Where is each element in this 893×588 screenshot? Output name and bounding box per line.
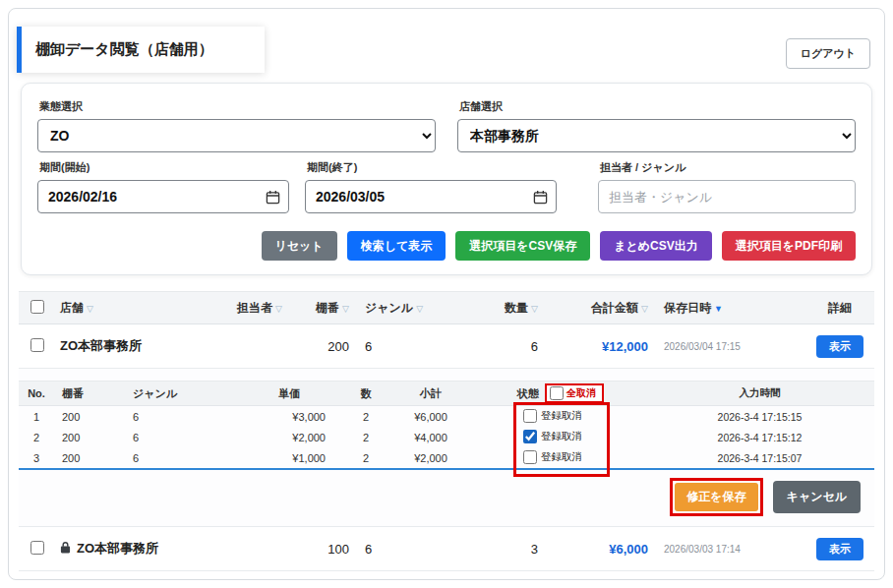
table-row[interactable]: ZO本部事務所 200 6 6 ¥12,000 2026/03/04 17:15…: [19, 324, 874, 369]
show-detail-button[interactable]: 表示: [816, 538, 863, 560]
row-saved-datetime: 2026/03/03 17:14: [658, 544, 805, 555]
table-row[interactable]: ZO本部事務所 100 6 3 ¥6,000 2026/03/03 17:14 …: [19, 527, 874, 571]
detail-header-time: 入力時間: [685, 386, 874, 400]
csv-save-button[interactable]: 選択項目をCSV保存: [455, 231, 590, 261]
store-name: ZO本部事務所: [60, 337, 142, 355]
header-person[interactable]: 担当者▽: [231, 300, 300, 317]
cancel-all-annotation: 全取消: [545, 383, 604, 403]
cancel-all-label: 全取消: [566, 386, 596, 400]
row-shelf: 100: [300, 542, 359, 557]
header-qty[interactable]: 数量▽: [457, 300, 548, 317]
row-select-checkbox[interactable]: [30, 338, 44, 352]
header-saved[interactable]: 保存日時▼: [658, 300, 805, 317]
results-table: 店舗▽ 担当者▽ 棚番▽ ジャンル▽ 数量▽ 合計金額▽ 保存日時▼ 詳細 ZO…: [19, 291, 874, 571]
header-genre[interactable]: ジャンル▽: [359, 300, 457, 317]
row-cancel-checkbox[interactable]: [523, 409, 537, 423]
detail-header-price: 単価: [245, 386, 333, 401]
sort-icon[interactable]: ▽: [342, 304, 349, 314]
table-header-row: 店舗▽ 担当者▽ 棚番▽ ジャンル▽ 数量▽ 合計金額▽ 保存日時▼ 詳細: [19, 291, 874, 324]
entry-time: 2026-3-4 17:15:15: [685, 411, 874, 423]
topbar: 棚卸データ閲覧（店舗用） ログアウト: [9, 9, 884, 73]
sort-icon[interactable]: ▽: [87, 304, 93, 314]
row-cancel-toggle[interactable]: 登録取消: [517, 409, 582, 423]
business-type-select[interactable]: ZO: [37, 119, 436, 152]
sort-icon-active[interactable]: ▼: [714, 304, 723, 314]
header-store[interactable]: 店舗▽: [54, 300, 231, 317]
sort-icon[interactable]: ▽: [641, 304, 648, 314]
row-genre: 6: [359, 542, 457, 557]
row-shelf: 200: [300, 339, 359, 354]
search-button[interactable]: 検索して表示: [347, 231, 446, 261]
header-total[interactable]: 合計金額▽: [548, 300, 658, 317]
detail-header-shelf: 棚番: [54, 386, 117, 401]
period-start-label: 期間(開始): [39, 160, 289, 175]
header-shelf[interactable]: 棚番▽: [300, 300, 359, 317]
row-cancel-checkbox[interactable]: [523, 450, 537, 464]
row-cancel-checkbox[interactable]: [523, 430, 537, 443]
select-all-checkbox[interactable]: [30, 300, 44, 314]
entry-time: 2026-3-4 17:15:12: [685, 432, 874, 443]
person-genre-label: 担当者 / ジャンル: [600, 160, 856, 175]
page-title: 棚卸データ閲覧（店舗用）: [17, 27, 265, 73]
show-detail-button[interactable]: 表示: [816, 335, 863, 358]
filter-panel: 業態選択 ZO 店舗選択 本部事務所 期間(開始) 2026/02/16: [21, 83, 872, 275]
pdf-print-button[interactable]: 選択項目をPDF印刷: [722, 231, 856, 261]
detail-header-no: No.: [19, 387, 54, 399]
store-select[interactable]: 本部事務所: [457, 119, 856, 152]
detail-row: 3 200 6 ¥1,000 2 ¥2,000 登録取消 2026-3-4 17…: [19, 447, 874, 468]
logout-button[interactable]: ログアウト: [786, 38, 870, 69]
detail-header-subtotal: 小計: [398, 386, 463, 401]
lock-icon: [60, 541, 71, 557]
person-genre-input[interactable]: [598, 180, 856, 213]
sort-icon[interactable]: ▽: [531, 304, 538, 314]
main-card: 棚卸データ閲覧（店舗用） ログアウト 業態選択 ZO 店舗選択 本部事務所: [8, 8, 885, 580]
store-label: 店舗選択: [459, 99, 856, 114]
row-qty: 3: [457, 542, 548, 557]
cancel-all-checkbox[interactable]: [550, 386, 564, 400]
row-select-checkbox[interactable]: [30, 541, 44, 555]
detail-panel: No. 棚番 ジャンル 単価 数 小計 状態 全取消 入力時間: [19, 369, 874, 527]
row-total: ¥6,000: [548, 542, 658, 557]
page: 棚卸データ閲覧（店舗用） ログアウト 業態選択 ZO 店舗選択 本部事務所: [0, 0, 893, 588]
csv-bulk-button[interactable]: まとめCSV出力: [600, 231, 712, 261]
row-cancel-toggle[interactable]: 登録取消: [517, 450, 582, 464]
row-qty: 6: [457, 339, 548, 354]
row-saved-datetime: 2026/03/04 17:15: [658, 341, 805, 352]
save-annotation-highlight: 修正を保存: [670, 478, 762, 516]
filter-actions: リセット 検索して表示 選択項目をCSV保存 まとめCSV出力 選択項目をPDF…: [37, 231, 856, 261]
store-name: ZO本部事務所: [77, 540, 158, 558]
period-start-value: 2026/02/16: [48, 189, 117, 205]
business-type-label: 業態選択: [39, 99, 436, 114]
detail-header-genre: ジャンル: [117, 386, 245, 401]
period-start-input[interactable]: 2026/02/16: [37, 180, 289, 213]
reset-button[interactable]: リセット: [262, 231, 337, 261]
row-cancel-toggle[interactable]: 登録取消: [517, 430, 582, 443]
cancel-button[interactable]: キャンセル: [773, 481, 861, 513]
period-end-input[interactable]: 2026/03/05: [305, 180, 557, 213]
period-end-value: 2026/03/05: [316, 189, 385, 205]
sort-icon[interactable]: ▽: [416, 304, 423, 314]
entry-time: 2026-3-4 17:15:07: [685, 452, 874, 464]
row-total: ¥12,000: [548, 339, 658, 354]
row-genre: 6: [359, 339, 457, 354]
save-correction-button[interactable]: 修正を保存: [675, 483, 757, 511]
detail-actions: 修正を保存 キャンセル: [19, 470, 874, 526]
header-detail: 詳細: [805, 300, 874, 317]
detail-header-status: 状態: [517, 386, 539, 401]
detail-row: 2 200 6 ¥2,000 2 ¥4,000 登録取消 2026-3-4 17…: [19, 427, 874, 447]
sort-icon[interactable]: ▽: [275, 304, 282, 314]
detail-header-count: 数: [333, 386, 398, 401]
detail-header-row: No. 棚番 ジャンル 単価 数 小計 状態 全取消 入力時間: [19, 381, 874, 406]
detail-rows: 1 200 6 ¥3,000 2 ¥6,000 登録取消 2026-3-4 17…: [19, 406, 874, 470]
period-end-label: 期間(終了): [307, 160, 557, 175]
detail-row: 1 200 6 ¥3,000 2 ¥6,000 登録取消 2026-3-4 17…: [19, 406, 874, 427]
